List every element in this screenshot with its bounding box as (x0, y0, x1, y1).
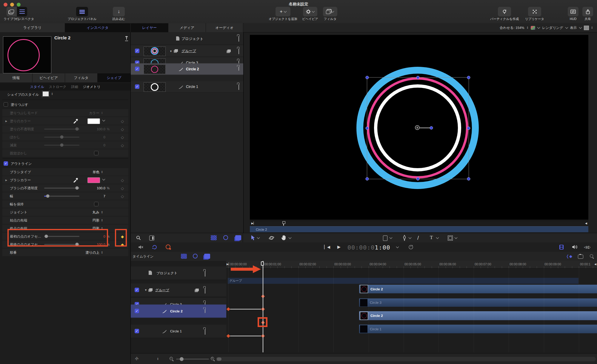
circle2-visibility-checkbox[interactable]: ✓ (135, 309, 139, 313)
preserve-width-checkbox[interactable] (94, 202, 99, 206)
paint-stroke-tool-icon[interactable]: / (417, 235, 423, 241)
circle1-visibility-checkbox[interactable]: ✓ (135, 84, 139, 89)
fill-mode-stepper[interactable]: ▲▼ (101, 111, 103, 114)
order-stepper[interactable]: ▲▼ (101, 251, 103, 254)
brush-color-keyframe-diamond[interactable]: ◇ (121, 178, 124, 182)
timeline-row-project[interactable]: プロジェクト (131, 267, 226, 280)
timeline-zoom-slider[interactable] (176, 359, 209, 360)
falloff-slider[interactable] (44, 145, 79, 145)
disclosure-triangle-icon[interactable]: ▼ (144, 289, 147, 292)
blend-group-icon[interactable] (227, 49, 231, 52)
unlock-icon[interactable] (205, 309, 205, 313)
order-value[interactable]: 塗りの上 (62, 250, 99, 255)
shape-style-preset-icon[interactable] (42, 91, 50, 97)
disclosure-triangle-icon[interactable]: ▼ (170, 50, 172, 53)
chevron-down-icon[interactable] (396, 245, 399, 248)
outline-checkbox[interactable]: ✓ (4, 161, 8, 166)
tab-media[interactable]: メディア (168, 23, 206, 32)
fill-mode-value[interactable]: カラー (62, 111, 99, 115)
bezier-pen-tool-icon[interactable] (402, 235, 407, 241)
chevron-down-icon[interactable] (102, 119, 105, 122)
timeline-row-circle2-selected[interactable]: ✓ Circle 2 (131, 305, 226, 318)
track-height-stepper[interactable]: ▲▼ (157, 357, 159, 360)
canvas-layer-duration-bar[interactable]: Circle 2 (250, 226, 588, 232)
eyedropper-icon[interactable] (73, 177, 78, 182)
selection-handle[interactable] (467, 76, 470, 79)
layers-row-circle1[interactable]: ✓ Circle 1 (131, 81, 243, 93)
layers-row-project[interactable]: プロジェクト (131, 33, 243, 45)
unlock-icon[interactable] (239, 85, 239, 90)
feather-keyframe-diamond[interactable]: ◇ (121, 135, 124, 139)
brush-opacity-value[interactable]: 100.0 (77, 186, 105, 190)
tab-shape[interactable]: シェイプ (98, 73, 130, 82)
subtab-geometry[interactable]: ジオメトリ (83, 85, 100, 89)
show-layers-icon[interactable] (235, 235, 241, 240)
width-slider[interactable] (44, 196, 79, 196)
timeline-row-circle1[interactable]: ✓ Circle 1 (131, 325, 226, 338)
mask-tool-icon[interactable] (448, 236, 453, 241)
subtab-style[interactable]: スタイル (30, 85, 44, 89)
fill-color-keyframe-diamond[interactable]: ◇ (121, 119, 124, 123)
start-cap-stepper[interactable]: ▲▼ (101, 219, 103, 222)
tab-inspector[interactable]: インスペクタ (65, 23, 130, 32)
chevron-down-icon[interactable] (289, 236, 292, 239)
scrollbar-handle[interactable] (217, 357, 221, 361)
axis-handle[interactable] (430, 126, 433, 130)
search-icon[interactable] (136, 236, 141, 240)
tab-audio[interactable]: オーディオ (206, 23, 243, 32)
subtab-stroke[interactable]: ストローク (49, 85, 67, 89)
layers-row-circle2-selected[interactable]: ✓ Circle 2 (131, 63, 243, 75)
fill-color-swatch[interactable] (87, 118, 100, 124)
show-video-timeline-icon[interactable] (559, 245, 564, 250)
rendering-dropdown[interactable]: レンダリング (542, 26, 563, 30)
timeline-ruler[interactable]: ▶▏ 00:00:00:00 00:00:01:00 00:00:02:00 0… (226, 261, 597, 269)
circle2-visibility-checkbox[interactable]: ✓ (135, 67, 139, 71)
tab-library[interactable]: ライブラリ (0, 23, 65, 32)
unlock-icon[interactable] (205, 288, 205, 294)
start-cap-value[interactable]: 円形 (62, 218, 99, 222)
canvas-mini-timeline[interactable]: ▶▏ ◀ (250, 221, 588, 226)
chevron-down-icon[interactable] (436, 236, 439, 239)
joint-value[interactable]: 丸み (62, 210, 99, 214)
fill-opacity-keyframe-diamond[interactable]: ◇ (121, 127, 124, 131)
joint-stepper[interactable]: ▲▼ (101, 211, 103, 214)
feather-slider[interactable] (44, 137, 79, 137)
fill-checkbox[interactable] (4, 102, 8, 107)
pane-icon[interactable] (149, 236, 154, 241)
selection-handle[interactable] (366, 177, 369, 181)
project-panel-toggle[interactable] (76, 7, 88, 16)
timeline-horizontal-scrollbar[interactable] (216, 357, 596, 361)
timeline-show-filmstrip-icon[interactable] (181, 254, 187, 259)
view-dropdown[interactable]: 表示 (570, 26, 577, 30)
timeline-playhead[interactable] (263, 261, 263, 352)
brush-color-swatch[interactable] (87, 177, 100, 183)
behaviors-button[interactable] (303, 7, 317, 16)
feather-value[interactable]: 0 (77, 135, 105, 139)
tab-info[interactable]: 情報 (0, 73, 33, 82)
anchor-point-icon[interactable] (415, 125, 420, 130)
chevron-down-icon[interactable] (257, 236, 260, 239)
blend-group-icon[interactable] (196, 289, 199, 291)
falloff-value[interactable]: 0 (77, 143, 105, 147)
show-keyframes-icon[interactable] (223, 235, 228, 240)
mute-audio-icon[interactable] (138, 245, 144, 250)
falloff-keyframe-diamond[interactable]: ◇ (121, 143, 124, 147)
playhead-flag[interactable] (261, 261, 264, 266)
group-visibility-checkbox[interactable]: ✓ (135, 49, 139, 53)
share-button[interactable] (582, 7, 593, 16)
subtab-advanced[interactable]: 詳細 (71, 85, 78, 89)
unlock-icon[interactable] (239, 49, 239, 54)
record-keyframes-icon[interactable] (165, 244, 171, 250)
tab-behaviors[interactable]: ビヘイビア (33, 73, 65, 82)
select-tool-icon[interactable] (251, 235, 255, 241)
width-keyframe-diamond[interactable]: ◇ (121, 194, 124, 198)
selection-handle[interactable] (366, 127, 369, 130)
brush-opacity-slider[interactable] (44, 188, 79, 188)
zoom-level-dropdown[interactable]: 合わせる: 154% (500, 26, 524, 30)
show-filmstrip-icon[interactable] (211, 235, 217, 240)
disclosure-icon[interactable]: ▶ (5, 120, 7, 122)
filters-button[interactable] (323, 7, 337, 16)
chevron-down-icon[interactable] (579, 26, 582, 29)
tab-filters[interactable]: フィルタ (65, 73, 98, 82)
library-panel-toggle[interactable] (7, 7, 17, 16)
